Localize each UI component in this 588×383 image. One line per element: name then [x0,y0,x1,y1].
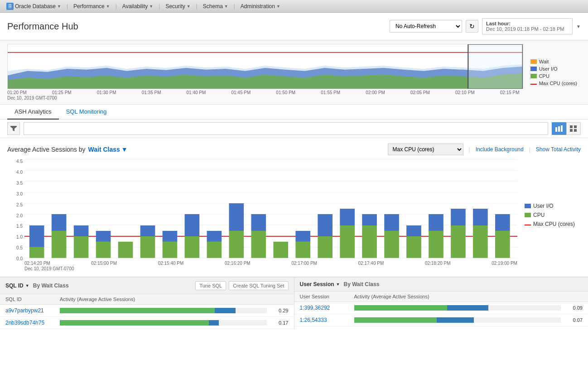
page-header: Performance Hub No Auto-Refresh 30 Secon… [0,13,588,40]
filter-button[interactable] [7,122,20,135]
ash-bar-chart-svg[interactable] [24,159,517,259]
create-sql-tuning-set-button[interactable]: Create SQL Tuning Set [229,281,288,290]
legend-userio-color [530,67,537,71]
user-activity-bar-2 [354,317,561,323]
user-col-id-header: User Session [300,294,354,299]
ash-controls: Max CPU (cores) Average Active Sessions … [388,144,581,155]
user-id-1[interactable]: 1:399,36292 [300,305,354,311]
tune-sql-button[interactable]: Tune SQL [195,281,226,290]
svg-rect-24 [29,247,44,258]
legend-cpu-label: CPU [539,73,549,79]
user-activity-bar-green-2 [354,317,437,323]
svg-rect-64 [495,231,510,258]
legend-ash-maxcpu: Max CPU (cores) [525,221,581,227]
tab-sql-monitoring[interactable]: SQL Monitoring [59,105,114,120]
svg-rect-32 [118,242,133,258]
auto-refresh-select[interactable]: No Auto-Refresh 30 Seconds 1 Minute 5 Mi… [390,20,462,33]
svg-rect-50 [340,225,355,258]
svg-rect-12 [574,129,577,132]
sql-id-1[interactable]: a9v7parbypw21 [5,307,60,314]
filter-bar [0,120,588,138]
view-grid-button[interactable] [566,122,581,135]
legend-ash-userio: User I/O [525,203,581,209]
legend-userio: User I/O [530,66,577,72]
ash-dimension-selector[interactable]: Wait Class ▼ [88,146,128,153]
nav-schema[interactable]: Schema ▼ [200,2,231,10]
sql-activity-bar-green-2 [60,320,209,326]
legend-maxcpu-label: Max CPU (cores) [539,81,577,86]
ash-dimension-arrow: ▼ [121,146,128,153]
nav-schema-arrow: ▼ [224,4,228,9]
svg-rect-10 [574,125,577,128]
sql-panel-title: SQL ID ▼ By Wait Class [5,282,69,289]
svg-rect-28 [74,236,89,258]
timeline-x-sub: Dec 10, 2019 GMT-0700 [7,96,523,101]
tab-ash-analytics[interactable]: ASH Analytics [7,105,59,120]
nav-performance-arrow: ▼ [106,4,110,9]
nav-security-arrow: ▼ [187,4,191,9]
svg-rect-34 [140,225,155,236]
user-id-2[interactable]: 1:26,54333 [300,317,354,323]
legend-ash-cpu: CPU [525,212,581,218]
svg-rect-31 [96,231,111,242]
svg-rect-7 [558,126,560,132]
svg-rect-55 [384,214,399,231]
svg-rect-48 [318,236,333,258]
timeline-section: 01:20 PM 01:25 PM 01:30 PM 01:35 PM 01:4… [0,40,588,105]
filter-input[interactable] [24,122,548,135]
svg-rect-60 [451,225,466,258]
user-panel-title: User Session ▼ By Wait Class [300,281,380,287]
show-total-activity-link[interactable]: Show Total Activity [536,146,581,153]
svg-rect-45 [273,242,288,258]
legend-ash-userio-label: User I/O [533,203,554,209]
svg-rect-39 [207,242,222,258]
nav-administration-arrow: ▼ [276,4,280,9]
nav-performance[interactable]: Performance ▼ [71,2,113,10]
table-row: 1:399,36292 0.09 [294,302,588,314]
svg-rect-27 [52,214,67,231]
top-nav: 🗄 Oracle Database ▼ | Performance ▼ | Av… [0,0,588,13]
svg-rect-47 [295,231,310,242]
tabs: ASH Analytics SQL Monitoring [7,105,581,119]
sql-activity-bar-2 [60,320,267,326]
svg-rect-54 [384,231,399,258]
include-background-link[interactable]: Include Background [476,146,524,153]
view-buttons [552,122,581,135]
user-activity-value-1: 0.09 [564,305,583,311]
user-session-arrow[interactable]: ▼ [336,282,340,287]
svg-rect-44 [251,214,266,231]
user-activity-value-2: 0.07 [564,317,583,323]
svg-rect-37 [185,236,200,258]
header-controls: No Auto-Refresh 30 Seconds 1 Minute 5 Mi… [390,18,581,34]
user-activity-bar-1 [354,305,561,311]
nav-availability[interactable]: Availability ▼ [120,2,156,10]
timeline-chart[interactable] [7,44,523,89]
legend-wait-label: Wait [539,59,549,64]
svg-rect-26 [52,231,67,258]
svg-rect-63 [473,209,488,225]
nav-administration[interactable]: Administration ▼ [238,2,283,10]
legend-maxcpu: Max CPU (cores) [530,81,577,86]
timeline-container: 01:20 PM 01:25 PM 01:30 PM 01:35 PM 01:4… [7,44,581,101]
user-session-label: User Session [300,281,334,287]
refresh-button[interactable]: ↻ [466,20,478,33]
bottom-section: SQL ID ▼ By Wait Class Tune SQL Create S… [0,277,588,329]
sql-id-arrow[interactable]: ▼ [25,283,29,288]
nav-oracle-database[interactable]: 🗄 Oracle Database ▼ [4,2,64,11]
svg-rect-35 [163,242,178,258]
nav-security[interactable]: Security ▼ [163,2,193,10]
svg-rect-51 [340,209,355,225]
view-bar-button[interactable] [552,122,566,135]
time-range-arrow[interactable]: ▼ [576,24,581,29]
ash-header: Average Active Sessions by Wait Class ▼ … [7,144,581,155]
user-panel-subtitle: By Wait Class [343,281,379,287]
ash-x-axis: 02:14:20 PM 02:15:00 PM 02:15:40 PM 02:1… [24,261,517,266]
ash-metric-select[interactable]: Max CPU (cores) Average Active Sessions [388,144,463,155]
user-activity-1: 0.09 [354,305,583,311]
sql-id-2[interactable]: 2nb39sdb74h75 [5,320,60,326]
svg-rect-46 [295,242,310,258]
time-range-label: Last hour: [486,21,569,26]
legend-ash-maxcpu-line [525,225,531,225]
user-table-header: User Session Activity (Average Active Se… [294,292,588,302]
time-range-value: Dec 10, 2019 01:18 PM - 02:18 PM [486,26,569,32]
